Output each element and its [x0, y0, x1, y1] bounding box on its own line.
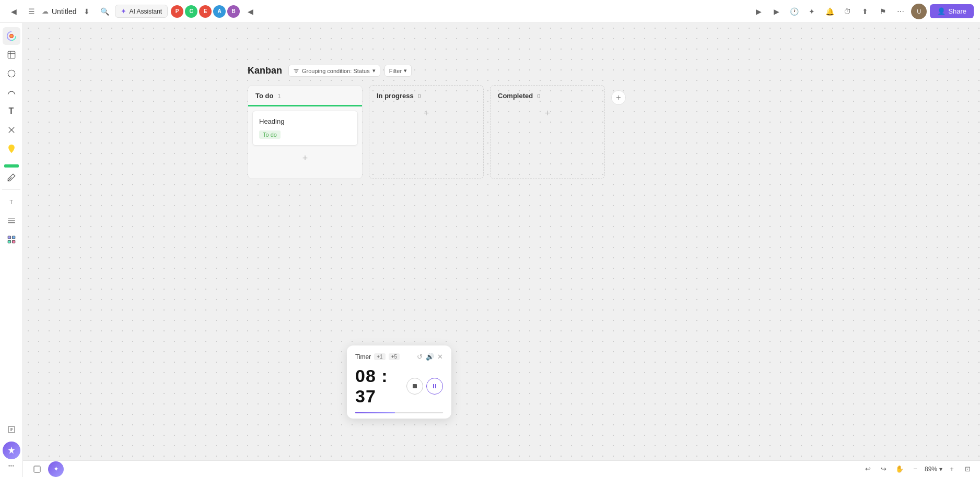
- timer-close-icon[interactable]: ✕: [437, 353, 443, 361]
- kanban-column-inprogress: In progress 0 +: [369, 85, 484, 179]
- document-title[interactable]: Untitled: [52, 7, 76, 16]
- sidebar-item-pen[interactable]: [3, 169, 20, 186]
- zoom-plus-button[interactable]: +: [946, 463, 958, 475]
- timer-stop-button[interactable]: [406, 378, 423, 395]
- sidebar-item-shape[interactable]: [3, 65, 20, 82]
- bottombar-left: ✦: [29, 461, 64, 477]
- timer-badge-2[interactable]: +5: [389, 353, 400, 360]
- topbar-title-group: ☁ Untitled: [42, 7, 76, 16]
- menu-button[interactable]: ☰: [24, 4, 39, 19]
- more-icon[interactable]: ⋯: [893, 4, 908, 19]
- todo-add-card-button[interactable]: +: [252, 150, 358, 167]
- bell-icon[interactable]: 🔔: [822, 4, 837, 19]
- sidebar-more-button[interactable]: •••: [8, 462, 15, 469]
- svg-rect-17: [34, 466, 40, 472]
- sidebar-item-sticky[interactable]: [3, 140, 20, 158]
- add-column-button[interactable]: +: [611, 90, 626, 105]
- timer-badge-1[interactable]: +1: [374, 353, 385, 360]
- sidebar-bottom: •••: [3, 421, 20, 473]
- user-avatar[interactable]: U: [911, 4, 927, 19]
- ai-assistant-button[interactable]: ✦ AI Assistant: [115, 5, 168, 18]
- sidebar-ai-button[interactable]: [3, 442, 20, 459]
- bottombar-pages-button[interactable]: [29, 461, 45, 477]
- sidebar-item-table[interactable]: [3, 231, 20, 248]
- cloud-icon: ☁: [42, 7, 49, 15]
- download-button[interactable]: ⬇: [79, 4, 94, 19]
- sidebar-stroke-color[interactable]: [4, 164, 19, 168]
- timer-label: Timer: [355, 353, 371, 361]
- svg-rect-8: [8, 241, 10, 243]
- card-tag-todo: To do: [259, 130, 281, 139]
- clock-icon[interactable]: 🕐: [787, 4, 801, 19]
- grouping-chevron-icon: ▾: [372, 67, 376, 74]
- sidebar-divider-2: [2, 189, 20, 190]
- bottombar-ai-button[interactable]: ✦: [48, 461, 64, 477]
- star-icon[interactable]: ✦: [804, 4, 819, 19]
- undo-button[interactable]: ↩: [862, 463, 874, 475]
- collab-avatar-5: B: [227, 5, 240, 18]
- completed-add-card-button[interactable]: +: [495, 105, 600, 122]
- todo-column-title: To do: [255, 92, 273, 100]
- svg-rect-16: [435, 384, 436, 388]
- redo-button[interactable]: ↪: [878, 463, 890, 475]
- back-button[interactable]: ◀: [6, 4, 21, 19]
- timer-controls: [406, 378, 443, 395]
- pause-icon: [431, 383, 438, 389]
- add-column-area: +: [611, 85, 626, 179]
- kanban-columns: To do 1 Heading To do + In progress 0: [248, 85, 629, 179]
- todo-column-body: Heading To do +: [248, 111, 362, 171]
- share-icon: 👤: [937, 7, 946, 15]
- share-button[interactable]: 👤 Share: [930, 4, 974, 18]
- svg-rect-6: [8, 236, 10, 238]
- card-title-heading: Heading: [259, 117, 351, 125]
- history-icon[interactable]: ⏱: [840, 4, 855, 19]
- sidebar-pages-button[interactable]: [3, 421, 20, 438]
- sidebar-divider-1: [2, 161, 20, 161]
- collapse-panel-button[interactable]: ◀: [243, 4, 258, 19]
- filter-button[interactable]: Filter ▾: [384, 65, 412, 77]
- timer-widget: Timer +1 +5 ↺ 🔊 ✕ 08 : 37: [347, 345, 451, 419]
- topbar-right: ▶ ▶ 🕐 ✦ 🔔 ⏱ ⬆ ⚑ ⋯ U 👤 Share: [751, 4, 974, 19]
- zoom-level-display[interactable]: 89% ▾: [925, 466, 942, 473]
- timer-pause-button[interactable]: [426, 378, 443, 395]
- fit-screen-button[interactable]: ⊡: [961, 463, 974, 475]
- sidebar-item-frame[interactable]: [3, 46, 20, 64]
- svg-rect-15: [433, 384, 434, 388]
- svg-point-0: [9, 34, 13, 38]
- present-icon[interactable]: ▶: [769, 4, 784, 19]
- inprogress-column-body: +: [369, 105, 483, 126]
- kanban-card-heading[interactable]: Heading To do: [252, 111, 358, 146]
- bottombar-right: ↩ ↪ ✋ − 89% ▾ + ⊡: [862, 463, 974, 475]
- inprogress-add-card-button[interactable]: +: [374, 105, 479, 122]
- grouping-icon: [293, 68, 299, 74]
- completed-column-header: Completed 0: [491, 86, 604, 105]
- sidebar-item-text[interactable]: T: [3, 102, 20, 120]
- sidebar-item-palette[interactable]: [3, 27, 20, 45]
- sidebar: T T: [0, 23, 23, 477]
- sidebar-item-connector[interactable]: [3, 121, 20, 139]
- nav-right-icon[interactable]: ▶: [751, 4, 766, 19]
- timer-display: 08 : 37: [355, 366, 401, 407]
- completed-column-title: Completed: [498, 92, 533, 100]
- timer-refresh-icon[interactable]: ↺: [417, 353, 423, 361]
- zoom-minus-button[interactable]: −: [909, 463, 921, 475]
- sidebar-item-text2[interactable]: T: [3, 193, 20, 211]
- timer-icons: ↺ 🔊 ✕: [417, 353, 443, 361]
- grouping-button[interactable]: Grouping condition: Status ▾: [288, 65, 380, 77]
- topbar-left: ◀ ☰ ☁ Untitled ⬇ 🔍 ✦ AI Assistant P C E …: [6, 4, 748, 19]
- search-button[interactable]: 🔍: [97, 4, 112, 19]
- flag-icon[interactable]: ⚑: [876, 4, 890, 19]
- ai-star-icon: ✦: [121, 7, 126, 15]
- upload-icon[interactable]: ⬆: [858, 4, 872, 19]
- stop-icon: [412, 383, 418, 389]
- sidebar-item-list[interactable]: [3, 212, 20, 230]
- todo-column-divider: [248, 105, 362, 106]
- completed-column-body: +: [491, 105, 604, 126]
- sidebar-item-curve[interactable]: [3, 84, 20, 101]
- collab-avatar-3: E: [199, 5, 212, 18]
- timer-volume-icon[interactable]: 🔊: [426, 353, 434, 361]
- hand-tool-button[interactable]: ✋: [893, 463, 906, 475]
- timer-progress-bar: [355, 412, 395, 413]
- svg-point-2: [8, 70, 15, 77]
- inprogress-column-count: 0: [418, 93, 421, 99]
